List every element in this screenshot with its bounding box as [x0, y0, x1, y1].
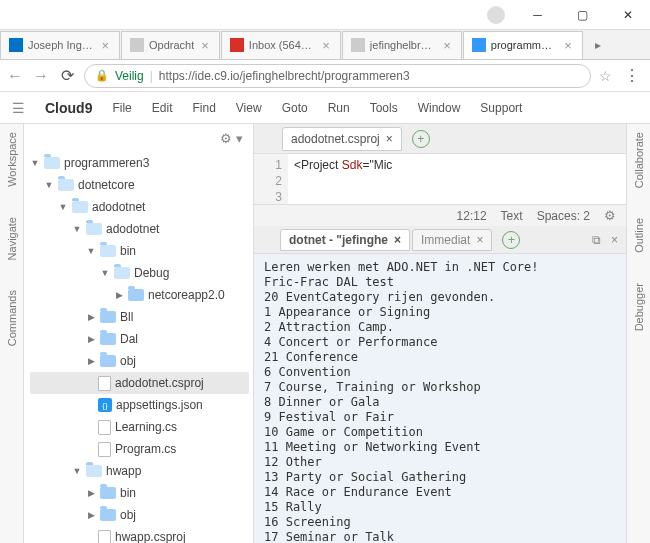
menu-support[interactable]: Support — [480, 101, 522, 115]
tree-file[interactable]: Program.cs — [30, 438, 249, 460]
browser-tab[interactable]: Joseph Inghelbrecht× — [0, 31, 120, 59]
tree-folder[interactable]: ▶obj — [30, 504, 249, 526]
folder-icon — [114, 267, 130, 279]
editor-tab[interactable]: adodotnet.csproj× — [282, 127, 402, 151]
folder-icon — [128, 289, 144, 301]
brand[interactable]: Cloud9 — [45, 100, 92, 116]
menu-file[interactable]: File — [112, 101, 131, 115]
bookmark-icon[interactable]: ☆ — [599, 68, 612, 84]
tree-folder[interactable]: ▼adodotnet — [30, 196, 249, 218]
menu-tools[interactable]: Tools — [370, 101, 398, 115]
page-icon — [130, 38, 144, 52]
file-tree-pane: ⚙ ▾ ▼programmeren3 ▼dotnetcore ▼adodotne… — [24, 124, 254, 543]
main-area: Workspace Navigate Commands ⚙ ▾ ▼program… — [0, 124, 650, 543]
tree-folder[interactable]: ▼adodotnet — [30, 218, 249, 240]
close-tab-icon[interactable]: × — [441, 38, 453, 53]
tree-file[interactable]: Learning.cs — [30, 416, 249, 438]
close-tab-icon[interactable]: × — [99, 38, 111, 53]
browser-tab[interactable]: jefinghelbrecht× — [342, 31, 462, 59]
browser-tab[interactable]: Inbox (564) - jinghe× — [221, 31, 341, 59]
menu-run[interactable]: Run — [328, 101, 350, 115]
url-bar[interactable]: 🔒 Veilig | https://ide.c9.io/jefinghelbr… — [84, 64, 591, 88]
tree-folder[interactable]: ▼hwapp — [30, 460, 249, 482]
tree-folder[interactable]: ▶Dal — [30, 328, 249, 350]
close-icon[interactable]: × — [476, 233, 483, 247]
code-content[interactable]: <Project Sdk="Mic — [288, 154, 626, 204]
forward-button: → — [32, 67, 50, 85]
terminal-tab[interactable]: Immediat× — [412, 229, 492, 251]
browser-tab-active[interactable]: programmeren3 - C× — [463, 31, 583, 59]
minimize-button[interactable]: ─ — [515, 0, 560, 29]
close-icon[interactable]: × — [386, 132, 393, 146]
tree-folder[interactable]: ▶Bll — [30, 306, 249, 328]
new-tab-button[interactable]: ▸ — [588, 35, 608, 55]
terminal-output[interactable]: Leren werken met ADO.NET in .NET Core! F… — [254, 254, 626, 543]
terminal-tabs: dotnet - "jefinghe× Immediat× + ⧉ × — [254, 226, 626, 254]
file-icon — [98, 530, 111, 544]
menu-find[interactable]: Find — [192, 101, 215, 115]
folder-icon — [100, 245, 116, 257]
split-icon[interactable]: ⧉ — [592, 233, 601, 247]
file-icon — [98, 376, 111, 391]
tree-folder[interactable]: ▼dotnetcore — [30, 174, 249, 196]
close-icon[interactable]: × — [394, 233, 401, 247]
close-tab-icon[interactable]: × — [562, 38, 574, 53]
profile-avatar[interactable] — [487, 6, 505, 24]
folder-icon — [72, 201, 88, 213]
maximize-button[interactable]: ▢ — [560, 0, 605, 29]
file-icon — [98, 420, 111, 435]
tree-folder[interactable]: ▼Debug — [30, 262, 249, 284]
browser-menu-icon[interactable]: ⋮ — [620, 66, 644, 85]
rail-debugger[interactable]: Debugger — [633, 283, 645, 331]
folder-icon — [100, 509, 116, 521]
menu-icon[interactable]: ☰ — [12, 100, 25, 116]
ide-menu-bar: ☰ Cloud9 File Edit Find View Goto Run To… — [0, 92, 650, 124]
close-tab-icon[interactable]: × — [320, 38, 332, 53]
browser-tab[interactable]: Opdracht× — [121, 31, 220, 59]
folder-icon — [58, 179, 74, 191]
tree-folder[interactable]: ▶bin — [30, 482, 249, 504]
gutter: 123 — [254, 154, 288, 204]
add-terminal-button[interactable]: + — [502, 231, 520, 249]
rail-navigate[interactable]: Navigate — [6, 217, 18, 260]
editor-pane: adodotnet.csproj× + 123 <Project Sdk="Mi… — [254, 124, 626, 543]
code-editor[interactable]: 123 <Project Sdk="Mic — [254, 154, 626, 204]
gear-icon[interactable]: ⚙ — [604, 208, 616, 223]
folder-icon — [86, 465, 102, 477]
outlook-icon — [9, 38, 23, 52]
json-icon: {} — [98, 398, 112, 412]
gear-icon[interactable]: ⚙ ▾ — [220, 131, 243, 146]
add-tab-button[interactable]: + — [412, 130, 430, 148]
menu-goto[interactable]: Goto — [282, 101, 308, 115]
rail-collaborate[interactable]: Collaborate — [633, 132, 645, 188]
close-tab-icon[interactable]: × — [199, 38, 211, 53]
folder-icon — [100, 355, 116, 367]
tree-folder[interactable]: ▶netcoreapp2.0 — [30, 284, 249, 306]
tree-folder[interactable]: ▼bin — [30, 240, 249, 262]
menu-view[interactable]: View — [236, 101, 262, 115]
browser-tabs: Joseph Inghelbrecht× Opdracht× Inbox (56… — [0, 30, 650, 60]
tree-file-selected[interactable]: adodotnet.csproj — [30, 372, 249, 394]
reload-button[interactable]: ⟳ — [58, 66, 76, 85]
rail-commands[interactable]: Commands — [6, 290, 18, 346]
close-panel-icon[interactable]: × — [611, 233, 618, 247]
window-titlebar: ─ ▢ ✕ — [0, 0, 650, 30]
tree-root[interactable]: ▼programmeren3 — [30, 152, 249, 174]
tree-folder[interactable]: ▶obj — [30, 350, 249, 372]
terminal-tab-active[interactable]: dotnet - "jefinghe× — [280, 229, 410, 251]
tree-file[interactable]: {}appsettings.json — [30, 394, 249, 416]
right-rail: Collaborate Outline Debugger — [626, 124, 650, 543]
tree-file[interactable]: hwapp.csproj — [30, 526, 249, 543]
file-icon — [98, 442, 111, 457]
back-button[interactable]: ← — [6, 67, 24, 85]
indent-mode[interactable]: Spaces: 2 — [537, 209, 590, 223]
cursor-pos[interactable]: 12:12 — [457, 209, 487, 223]
editor-status-bar: 12:12 Text Spaces: 2 ⚙ — [254, 204, 626, 226]
rail-workspace[interactable]: Workspace — [6, 132, 18, 187]
close-button[interactable]: ✕ — [605, 0, 650, 29]
menu-edit[interactable]: Edit — [152, 101, 173, 115]
menu-window[interactable]: Window — [418, 101, 461, 115]
file-mode[interactable]: Text — [501, 209, 523, 223]
editor-tabs: adodotnet.csproj× + — [254, 124, 626, 154]
rail-outline[interactable]: Outline — [633, 218, 645, 253]
